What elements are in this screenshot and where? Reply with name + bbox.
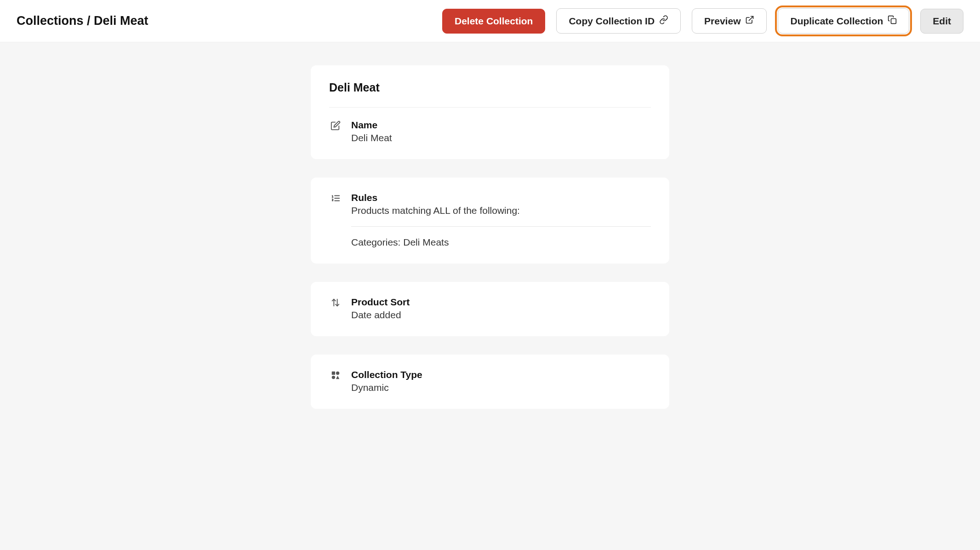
type-field-label: Collection Type (351, 369, 651, 380)
copy-collection-id-label: Copy Collection ID (569, 16, 655, 27)
preview-label: Preview (704, 16, 741, 27)
duplicate-collection-button[interactable]: Duplicate Collection (778, 8, 909, 34)
duplicate-collection-label: Duplicate Collection (790, 16, 883, 27)
svg-rect-5 (332, 372, 335, 375)
edit-square-icon (329, 120, 342, 131)
content-column: Deli Meat Name Deli Meat Rules Products … (311, 65, 669, 514)
collection-type-card: Collection Type Dynamic (311, 355, 669, 409)
delete-collection-label: Delete Collection (455, 16, 533, 27)
shapes-icon (329, 369, 342, 380)
rules-card: Rules Products matching ALL of the follo… (311, 178, 669, 264)
sort-field-label: Product Sort (351, 297, 651, 308)
delete-collection-button[interactable]: Delete Collection (442, 9, 545, 34)
collection-title: Deli Meat (329, 81, 651, 108)
main-content: Deli Meat Name Deli Meat Rules Products … (0, 42, 980, 550)
sort-arrows-icon (329, 297, 342, 308)
rules-field-label: Rules (351, 192, 651, 203)
copy-icon (888, 15, 897, 27)
page-header: Collections / Deli Meat Delete Collectio… (0, 0, 980, 42)
name-field-value: Deli Meat (351, 132, 651, 143)
svg-line-0 (749, 17, 753, 21)
product-sort-card: Product Sort Date added (311, 282, 669, 336)
name-card: Deli Meat Name Deli Meat (311, 65, 669, 159)
external-link-icon (745, 15, 754, 27)
link-icon (659, 15, 668, 27)
edit-label: Edit (933, 16, 951, 27)
name-field-label: Name (351, 120, 651, 131)
svg-point-7 (332, 376, 335, 379)
sort-field-value: Date added (351, 309, 651, 321)
list-ordered-icon (329, 192, 342, 203)
rules-intro: Products matching ALL of the following: (351, 205, 651, 216)
type-field-value: Dynamic (351, 382, 651, 393)
svg-point-6 (336, 372, 339, 375)
preview-button[interactable]: Preview (692, 8, 767, 34)
svg-rect-1 (891, 19, 896, 24)
rules-line: Categories: Deli Meats (351, 237, 651, 248)
breadcrumb: Collections / Deli Meat (17, 14, 431, 28)
copy-collection-id-button[interactable]: Copy Collection ID (556, 8, 681, 34)
rules-divider (351, 226, 651, 227)
edit-button[interactable]: Edit (920, 9, 963, 34)
